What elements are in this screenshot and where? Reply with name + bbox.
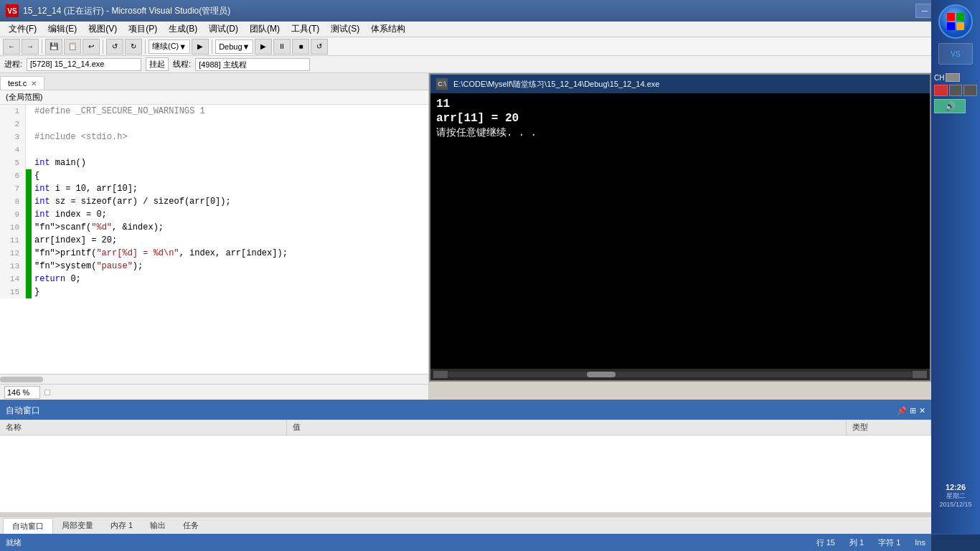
hscroll-bar[interactable] <box>0 374 428 384</box>
line-content[interactable]: #define _CRT_SECURE_NO_WARNINGS 1 <box>32 105 205 118</box>
line-content[interactable]: "fn">system("pause"); <box>32 260 143 273</box>
line-content[interactable]: "fn">scanf("%d", &index); <box>32 221 164 234</box>
line-indicator <box>26 169 32 182</box>
toolbar-pause-btn[interactable]: ⏸ <box>273 39 291 55</box>
line-content[interactable]: { <box>32 169 39 182</box>
menu-file[interactable]: 文件(F) <box>3 22 42 37</box>
rec-btn[interactable] <box>934 85 948 96</box>
scroll-right-btn[interactable] <box>913 371 927 378</box>
panel-float-btn[interactable]: ⊞ <box>910 406 916 415</box>
line-number: 8 <box>0 195 26 208</box>
code-line-12: 12"fn">printf("arr[%d] = %d\n", index, a… <box>0 247 428 260</box>
toolbar-undo-btn[interactable]: ↩ <box>83 39 100 55</box>
process-label: 进程: <box>4 59 22 70</box>
menu-test[interactable]: 测试(S) <box>325 22 365 37</box>
console-title-bar: C:\ E:\CODE\Myself\随堂练习\15_12_14\Debug\1… <box>430 75 930 93</box>
toolbar-stop-btn[interactable]: ■ <box>292 39 309 55</box>
line-content[interactable]: int i = 10, arr[10]; <box>32 182 138 195</box>
window-title: 15_12_14 (正在运行) - Microsoft Visual Studi… <box>23 5 915 17</box>
menu-build[interactable]: 生成(B) <box>163 22 203 37</box>
zoom-display: 146 % <box>4 386 40 399</box>
toolbar-save-btn[interactable]: 💾 <box>45 39 62 55</box>
line-content[interactable]: "fn">printf("arr[%d] = %d\n", index, arr… <box>32 247 288 260</box>
toolbar-undo2-btn[interactable]: ↺ <box>106 39 123 55</box>
line-indicator <box>26 221 32 234</box>
sep1 <box>42 39 42 54</box>
code-line-1: 1#define _CRT_SECURE_NO_WARNINGS 1 <box>0 105 428 118</box>
line-number: 4 <box>0 143 26 156</box>
console-scrollbar[interactable] <box>430 369 930 380</box>
line-content[interactable]: } <box>32 286 39 298</box>
line-indicator <box>26 156 32 169</box>
line-content[interactable] <box>32 118 39 131</box>
audio-icon: 🔊 <box>945 101 956 111</box>
vs-taskbar-btn[interactable]: VS <box>938 43 973 65</box>
line-content[interactable]: arr[index] = 20; <box>32 234 117 247</box>
toolbar-restart-btn[interactable]: ↺ <box>311 39 328 55</box>
menu-debug[interactable]: 调试(D) <box>203 22 244 37</box>
status-row: 行 15 <box>816 537 835 548</box>
windows-logo <box>947 13 964 30</box>
ch-btn1[interactable] <box>946 73 960 82</box>
col-header-name: 名称 <box>0 420 287 435</box>
line-indicator <box>26 118 32 131</box>
line-content[interactable]: int sz = sizeof(arr) / sizeof(arr[0]); <box>32 195 231 208</box>
sep3 <box>145 39 146 54</box>
btab-auto[interactable]: 自动窗口 <box>3 518 53 534</box>
panel-pin-btn[interactable]: 📌 <box>897 406 907 415</box>
scroll-left-btn[interactable] <box>433 371 448 378</box>
toolbar-redo-btn[interactable]: ↻ <box>125 39 142 55</box>
console-line2: arr[11] = 20 <box>436 112 924 125</box>
line-content[interactable]: int index = 0; <box>32 208 107 221</box>
continue-dropdown[interactable]: 继续(C) ▼ <box>149 39 190 54</box>
btab-output[interactable]: 输出 <box>141 518 174 533</box>
menu-tools[interactable]: 工具(T) <box>286 22 325 37</box>
line-content[interactable]: int main() <box>32 156 86 169</box>
menu-edit[interactable]: 编辑(E) <box>42 22 83 37</box>
toolbar: ← → 💾 📋 ↩ ↺ ↻ 继续(C) ▼ ▶ Debug ▼ ▶ ⏸ ■ ↺ <box>0 37 980 56</box>
thread-label: 线程: <box>173 59 191 70</box>
audio-btn[interactable]: 🔊 <box>934 99 966 113</box>
menu-arch[interactable]: 体系结构 <box>365 22 411 37</box>
btab-memory[interactable]: 内存 1 <box>102 518 141 533</box>
process-dropdown[interactable]: [5728] 15_12_14.exe <box>27 58 141 71</box>
toolbar-save2-btn[interactable]: 📋 <box>64 39 81 55</box>
side-btn3[interactable] <box>963 85 977 96</box>
toolbar-run-btn[interactable]: ▶ <box>255 39 272 55</box>
menu-view[interactable]: 视图(V) <box>83 22 123 37</box>
zoom-dec-btn[interactable] <box>44 390 50 395</box>
line-number: 7 <box>0 182 26 195</box>
tab-close-icon[interactable]: ✕ <box>31 80 37 88</box>
hscroll-thumb[interactable] <box>587 372 616 377</box>
bottom-panel-controls: 📌 ⊞ ✕ <box>897 406 925 415</box>
side-btn2[interactable] <box>949 85 963 96</box>
toolbar-fwd-btn[interactable]: → <box>22 39 39 55</box>
suspend-btn[interactable]: 挂起 <box>146 57 169 71</box>
line-content[interactable]: #include <stdio.h> <box>32 131 128 143</box>
console-line3: 请按任意键继续. . . <box>436 126 924 139</box>
line-content[interactable] <box>32 143 39 156</box>
auto-window-header: 名称 值 类型 <box>0 420 931 435</box>
line-content[interactable]: return 0; <box>32 273 81 286</box>
line-indicator <box>26 143 32 156</box>
menu-team[interactable]: 团队(M) <box>244 22 286 37</box>
line-number: 1 <box>0 105 26 118</box>
show-desktop-btn[interactable] <box>931 534 980 551</box>
code-line-14: 14return 0; <box>0 273 428 286</box>
code-line-7: 7int i = 10, arr[10]; <box>0 182 428 195</box>
line-number: 11 <box>0 234 26 247</box>
panel-close-btn[interactable]: ✕ <box>919 406 925 415</box>
console-window: C:\ E:\CODE\Myself\随堂练习\15_12_14\Debug\1… <box>429 73 931 382</box>
toolbar-step-btn[interactable]: ▶ <box>192 39 209 55</box>
btab-tasks[interactable]: 任务 <box>174 518 207 533</box>
toolbar-back-btn[interactable]: ← <box>3 39 20 55</box>
code-line-3: 3#include <stdio.h> <box>0 131 428 143</box>
thread-dropdown[interactable]: [4988] 主线程 <box>195 58 310 71</box>
debug-config-dropdown[interactable]: Debug ▼ <box>215 39 253 54</box>
btab-locals[interactable]: 局部变量 <box>53 518 102 533</box>
menu-project[interactable]: 项目(P) <box>123 22 163 37</box>
windows-start-button[interactable] <box>938 4 973 39</box>
editor-tab-test-c[interactable]: test.c ✕ <box>0 76 44 90</box>
status-ins: Ins <box>915 538 925 547</box>
code-area[interactable]: 1#define _CRT_SECURE_NO_WARNINGS 12 3#in… <box>0 105 428 374</box>
